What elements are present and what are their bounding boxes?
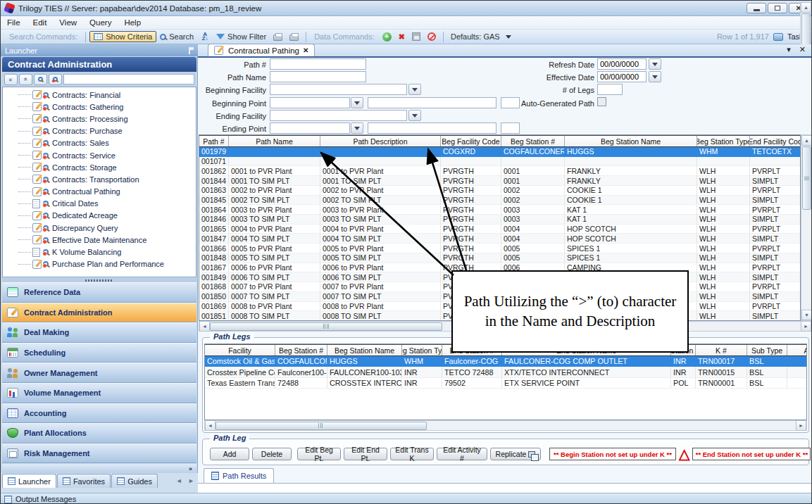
show-filter-button[interactable]: Show Filter: [213, 32, 270, 42]
tree-item-discrepancy-query[interactable]: Discrepancy Query: [3, 222, 196, 234]
column-header-end-facility-cod[interactable]: End Facility Cod: [750, 136, 801, 146]
refresh-date-input[interactable]: [597, 58, 647, 70]
column-header-path[interactable]: Path #: [199, 136, 229, 146]
ending-point-dropdown-icon[interactable]: [351, 122, 363, 134]
edit-end-pt-button[interactable]: Edit End Pt.: [344, 448, 387, 460]
paths-grid-vscrollbar[interactable]: ▲ ▼: [801, 134, 812, 321]
scroll-right-icon[interactable]: ►: [801, 321, 811, 332]
column-header-beg-station-name[interactable]: Beg Station Name: [327, 345, 402, 355]
column-header-activity[interactable]: Activity #: [787, 345, 807, 355]
tree-item-contracts-processing[interactable]: Contracts: Processing: [3, 113, 196, 125]
sidebar-overflow-bar[interactable]: »: [2, 464, 196, 473]
column-header-beg-station[interactable]: Beg Station #: [275, 345, 327, 355]
ending-point-input[interactable]: [270, 122, 350, 134]
tab-contractual-pathing[interactable]: Contractual Pathing ✕: [208, 44, 315, 56]
sidebar-section-owner-management[interactable]: Owner Management: [2, 363, 196, 383]
sort-button[interactable]: AZ↓: [197, 32, 213, 42]
tree-item-dedicated-acreage[interactable]: Dedicated Acreage: [3, 210, 196, 222]
tree-item-purchase-plan-and-performance[interactable]: Purchase Plan and Performance: [3, 258, 196, 270]
table-row[interactable]: 0018640003 to PVR Plant0003 to PVR Plant…: [199, 205, 800, 215]
column-header-path-name[interactable]: Path Name: [229, 136, 320, 146]
beginning-point-input[interactable]: [270, 97, 350, 108]
sidebar-section-scheduling[interactable]: Scheduling: [2, 343, 196, 363]
scroll-thumb[interactable]: [210, 322, 442, 331]
table-row[interactable]: 0018440001 TO SIM PLT0001 TO SIM PLTPVRG…: [199, 176, 800, 186]
refresh-date-dropdown-icon[interactable]: [649, 58, 661, 70]
edit-beg-pt-button[interactable]: Edit Beg Pt.: [297, 448, 341, 460]
restore-button[interactable]: [768, 3, 787, 13]
expand-all-button[interactable]: »: [4, 74, 18, 85]
table-row[interactable]: 0018470004 TO SIM PLT0004 TO SIM PLTPVRG…: [199, 234, 800, 244]
menu-item-file[interactable]: File: [1, 17, 27, 28]
tab-path-results[interactable]: Path Results: [204, 468, 274, 483]
table-row[interactable]: 0018620001 to PVR Plant0001 to PVR Plant…: [199, 166, 800, 176]
search-go-button[interactable]: [49, 74, 62, 85]
sidebar-section-accounting[interactable]: Accounting: [2, 403, 196, 424]
ending-facility-dropdown-icon[interactable]: [408, 110, 421, 121]
sidebar-tab-launcher[interactable]: Launcher: [2, 474, 56, 488]
pin-icon[interactable]: [189, 47, 194, 54]
ending-point-type-input[interactable]: [501, 122, 520, 134]
print-button[interactable]: [270, 32, 286, 42]
tree-item-contractual-pathing[interactable]: Contractual Pathing: [3, 186, 196, 198]
beginning-facility-dropdown-icon[interactable]: [408, 84, 421, 95]
scroll-down-icon[interactable]: ▼: [801, 310, 812, 320]
column-header-beg-station-type[interactable]: Beg Station Type: [697, 136, 750, 146]
beginning-point-name-input[interactable]: [368, 97, 496, 108]
collapse-all-button[interactable]: »: [19, 74, 32, 85]
column-header-beg-station-name[interactable]: Beg Station Name: [565, 136, 697, 146]
effective-date-input[interactable]: [597, 71, 647, 82]
effective-date-dropdown-icon[interactable]: [649, 71, 661, 82]
scroll-thumb[interactable]: [216, 422, 427, 430]
sidebar-section-deal-making[interactable]: Deal Making: [2, 322, 196, 343]
table-row[interactable]: Texas Eastern Transmiss72488CROSSTEX INT…: [205, 378, 806, 389]
auto-generated-path-checkbox[interactable]: [597, 97, 606, 106]
cancel-record-button[interactable]: [424, 32, 439, 42]
tab-list-dropdown-icon[interactable]: ▾: [787, 45, 791, 54]
tree-item-contracts-sales[interactable]: Contracts: Sales: [3, 137, 196, 149]
column-header-beg-facility-code[interactable]: Beg Facility Code: [441, 136, 501, 146]
sidebar-section-reference-data[interactable]: Reference Data: [2, 282, 196, 303]
path-number-input[interactable]: [270, 58, 366, 70]
path-name-input[interactable]: [270, 71, 366, 82]
edit-trans-k-button[interactable]: Edit Trans K: [390, 448, 434, 460]
table-row[interactable]: 0018450002 TO SIM PLT0002 TO SIM PLTPVRG…: [199, 196, 800, 206]
menu-item-help[interactable]: Help: [118, 17, 147, 28]
table-row[interactable]: 0018650004 to PVR Plant0004 to PVR Plant…: [199, 225, 800, 234]
column-header-beg-station-type[interactable]: Beg Station Type: [402, 345, 442, 355]
tab-strip-close-icon[interactable]: ✕: [799, 45, 806, 54]
tree-item-contracts-transportation[interactable]: Contracts: Transportation: [3, 173, 196, 185]
table-row[interactable]: 0018460003 TO SIM PLT0003 TO SIM PLTPVRG…: [199, 215, 800, 225]
defaults-dropdown[interactable]: Defaults: GAS: [447, 32, 515, 42]
sidebar-section-risk-management[interactable]: Risk Management: [2, 443, 196, 464]
ending-facility-input[interactable]: [270, 110, 407, 121]
column-header-path-description[interactable]: Path Description: [320, 136, 441, 146]
scroll-left-icon[interactable]: ◄: [205, 420, 216, 431]
tree-filter-input[interactable]: [63, 74, 194, 84]
scroll-right-icon[interactable]: ►: [796, 420, 806, 431]
print-preview-button[interactable]: [286, 32, 302, 42]
tree-item-k-volume-balancing[interactable]: K Volume Balancing: [3, 246, 196, 258]
sidebar-section-volume-management[interactable]: Volume Management: [2, 383, 196, 403]
delete-button[interactable]: Delete: [252, 448, 292, 460]
beginning-point-dropdown-icon[interactable]: [351, 97, 363, 108]
add-record-button[interactable]: +: [379, 32, 395, 42]
scroll-thumb[interactable]: [802, 146, 811, 210]
sidebar-section-plant-allocations[interactable]: Plant Allocations: [2, 423, 196, 443]
path-legs-hscrollbar[interactable]: ◄ ►: [204, 420, 807, 431]
menu-item-view[interactable]: View: [53, 17, 83, 28]
output-messages-bar[interactable]: Output Messages: [1, 493, 811, 504]
num-legs-input[interactable]: [597, 84, 623, 95]
scroll-up-icon[interactable]: ▲: [801, 2, 811, 13]
table-row[interactable]: 0018480005 TO SIM PLT0005 TO SIM PLTPVRG…: [199, 253, 800, 263]
save-record-button[interactable]: [408, 32, 424, 42]
tree-item-contracts-gathering[interactable]: Contracts: Gathering: [3, 101, 196, 113]
table-row[interactable]: 001071: [199, 157, 800, 167]
sidebar-section-contract-administration[interactable]: Contract Administration: [2, 303, 196, 323]
edit-activity-button[interactable]: Edit Activity #: [437, 448, 487, 460]
tab-scroll-arrows[interactable]: ◄ ►: [176, 474, 196, 484]
scroll-left-icon[interactable]: ◄: [199, 321, 210, 332]
tree-item-contracts-service[interactable]: Contracts: Service: [3, 149, 196, 161]
table-row[interactable]: 001979COGXRDCOGFAULCONERTIE-IHUGGSWHMTET…: [199, 147, 800, 157]
sidebar-tab-guides[interactable]: Guides: [111, 474, 158, 488]
